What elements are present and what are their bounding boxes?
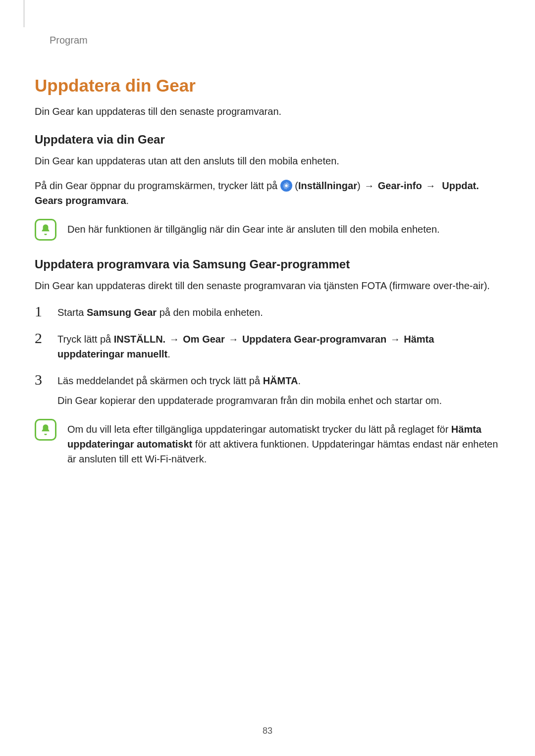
- header-section-label: Program: [50, 35, 500, 46]
- sub2-para1: Din Gear kan uppdateras direkt till den …: [35, 278, 500, 293]
- step-subtext: Din Gear kopierar den uppdaterade progra…: [57, 393, 500, 408]
- text-fragment: Starta: [57, 307, 87, 318]
- subheading-update-via-app: Uppdatera programvara via Samsung Gear-p…: [35, 257, 500, 271]
- note-block-2: Om du vill leta efter tillgängliga uppda…: [35, 418, 500, 466]
- text-fragment: .: [167, 349, 170, 359]
- text-fragment: På din Gear öppnar du programskärmen, tr…: [35, 180, 280, 191]
- intro-text: Din Gear kan uppdateras till den senaste…: [35, 104, 500, 119]
- text-fragment: ): [357, 180, 363, 191]
- arrow-icon: →: [389, 334, 401, 345]
- text-fragment: på den mobila enheten.: [157, 307, 263, 318]
- bell-icon: [35, 419, 56, 441]
- page-number: 83: [0, 726, 535, 736]
- note-text-1: Den här funktionen är tillgänglig när di…: [67, 218, 500, 237]
- step-2: 2 Tryck lätt på INSTÄLLN. → Om Gear → Up…: [35, 330, 500, 361]
- margin-rule: [24, 0, 24, 27]
- text-fragment: Om du vill leta efter tillgängliga uppda…: [67, 424, 451, 435]
- text-fragment: Läs meddelandet på skärmen och tryck lät…: [57, 375, 263, 386]
- bold-gear-info: Gear-info: [378, 180, 425, 191]
- bold-update-gear-software: Uppdatera Gear-programvaran: [242, 334, 386, 345]
- bold-samsung-gear: Samsung Gear: [87, 307, 157, 318]
- step-number: 1: [35, 304, 49, 319]
- text-fragment: .: [298, 375, 301, 386]
- step-body: Starta Samsung Gear på den mobila enhete…: [57, 303, 500, 320]
- subheading-update-via-gear: Uppdatera via din Gear: [35, 133, 500, 147]
- bold-om-gear: Om Gear: [183, 334, 224, 345]
- note-block-1: Den här funktionen är tillgänglig när di…: [35, 218, 500, 241]
- step-number: 3: [35, 372, 49, 387]
- settings-icon: [280, 180, 292, 192]
- bold-settings: Inställningar: [298, 180, 357, 191]
- page-title: Uppdatera din Gear: [35, 76, 500, 96]
- bell-icon: [35, 219, 56, 241]
- step-body: Tryck lätt på INSTÄLLN. → Om Gear → Uppd…: [57, 330, 500, 361]
- step-3: 3 Läs meddelandet på skärmen och tryck l…: [35, 371, 500, 408]
- arrow-icon: →: [227, 334, 239, 345]
- step-1: 1 Starta Samsung Gear på den mobila enhe…: [35, 303, 500, 320]
- page-container: Program Uppdatera din Gear Din Gear kan …: [0, 0, 535, 756]
- text-fragment: .: [126, 195, 129, 206]
- arrow-icon: →: [425, 180, 436, 191]
- arrow-icon: →: [168, 334, 180, 345]
- bold-hamta: HÄMTA: [263, 375, 298, 386]
- note-text-2: Om du vill leta efter tillgängliga uppda…: [67, 418, 500, 466]
- sub1-para1: Din Gear kan uppdateras utan att den ans…: [35, 153, 500, 168]
- bold-installn: INSTÄLLN.: [114, 334, 165, 345]
- step-body: Läs meddelandet på skärmen och tryck lät…: [57, 371, 500, 408]
- text-fragment: Tryck lätt på: [57, 334, 114, 345]
- sub1-para2: På din Gear öppnar du programskärmen, tr…: [35, 178, 500, 208]
- step-number: 2: [35, 331, 49, 346]
- arrow-icon: →: [363, 180, 375, 191]
